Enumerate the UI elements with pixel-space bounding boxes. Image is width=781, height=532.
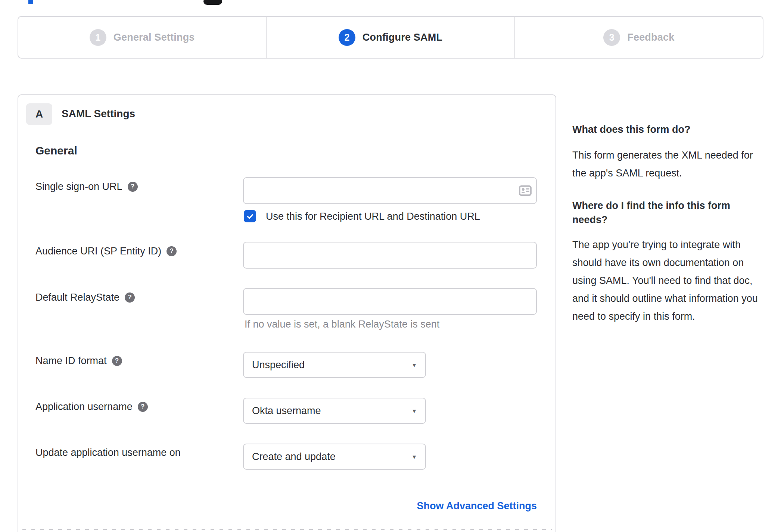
clipped-content-fragment-dark <box>203 0 222 5</box>
sidebar-answer-2: The app you're trying to integrate with … <box>572 236 765 325</box>
sso-url-label: Single sign-on URL <box>35 180 122 193</box>
step-2-badge: 2 <box>339 29 355 46</box>
section-separator <box>22 529 552 530</box>
help-sidebar: What does this form do? This form genera… <box>572 122 765 342</box>
step-configure-saml[interactable]: 2 Configure SAML <box>266 17 514 58</box>
clipped-content-fragment-blue <box>28 0 33 4</box>
app-username-value: Okta username <box>252 405 321 417</box>
step-general-settings[interactable]: 1 General Settings <box>18 17 266 58</box>
name-id-format-value: Unspecified <box>252 359 305 371</box>
recipient-url-checkbox-label: Use this for Recipient URL and Destinati… <box>266 211 480 222</box>
sidebar-question-2: Where do I find the info this form needs… <box>572 198 765 227</box>
caret-down-icon: ▼ <box>411 408 417 414</box>
update-username-select[interactable]: Create and update ▼ <box>243 444 426 470</box>
name-id-format-label: Name ID format <box>35 354 107 367</box>
sidebar-question-1: What does this form do? <box>572 122 765 137</box>
update-username-label-row: Update application username on <box>35 446 181 459</box>
section-a-badge: A <box>26 103 52 125</box>
general-heading: General <box>35 144 77 157</box>
help-icon[interactable]: ? <box>125 292 135 303</box>
caret-down-icon: ▼ <box>411 362 417 368</box>
help-icon[interactable]: ? <box>138 402 148 412</box>
caret-down-icon: ▼ <box>411 454 417 460</box>
help-icon[interactable]: ? <box>167 246 177 256</box>
show-advanced-settings-link[interactable]: Show Advanced Settings <box>243 500 537 512</box>
configure-saml-page: 1 General Settings 2 Configure SAML 3 Fe… <box>0 0 781 532</box>
sso-url-label-row: Single sign-on URL ? <box>35 180 138 193</box>
recipient-url-checkbox[interactable] <box>244 210 256 222</box>
name-id-format-select[interactable]: Unspecified ▼ <box>243 352 426 378</box>
step-2-label: Configure SAML <box>363 32 442 43</box>
step-1-badge: 1 <box>90 29 106 46</box>
step-1-label: General Settings <box>113 32 195 43</box>
section-title: SAML Settings <box>62 108 135 120</box>
app-username-label-row: Application username ? <box>35 400 148 413</box>
audience-uri-input[interactable] <box>243 242 537 269</box>
relay-state-hint: If no value is set, a blank RelayState i… <box>245 319 439 330</box>
step-3-label: Feedback <box>627 32 674 43</box>
relay-state-label-row: Default RelayState ? <box>35 291 135 304</box>
contact-card-icon <box>519 185 532 196</box>
help-icon[interactable]: ? <box>128 182 138 192</box>
sidebar-answer-1: This form generates the XML needed for t… <box>572 146 765 182</box>
step-3-badge: 3 <box>603 29 620 46</box>
help-icon[interactable]: ? <box>112 356 122 366</box>
update-username-label: Update application username on <box>35 446 181 459</box>
relay-state-input[interactable] <box>243 288 537 315</box>
app-username-label: Application username <box>35 400 133 413</box>
step-feedback[interactable]: 3 Feedback <box>514 17 763 58</box>
audience-uri-label: Audience URI (SP Entity ID) <box>35 245 161 257</box>
checkmark-icon <box>246 212 254 220</box>
relay-state-label: Default RelayState <box>35 291 119 304</box>
sso-url-input[interactable] <box>243 177 537 204</box>
name-id-format-label-row: Name ID format ? <box>35 354 122 367</box>
audience-uri-label-row: Audience URI (SP Entity ID) ? <box>35 245 177 257</box>
app-username-select[interactable]: Okta username ▼ <box>243 398 426 424</box>
wizard-stepper: 1 General Settings 2 Configure SAML 3 Fe… <box>18 16 763 59</box>
update-username-value: Create and update <box>252 451 336 463</box>
